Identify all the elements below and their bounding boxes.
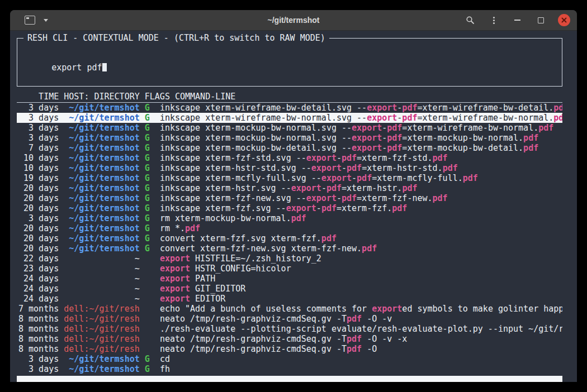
history-row[interactable]: 8 months dell:~/git/resh neato /tmp/resh… [17, 314, 562, 324]
row-host-directory: dell:~/git/resh [64, 304, 145, 314]
history-row[interactable]: 3 days ~/git/termshot G cd [17, 354, 562, 364]
command-segment: pdf [402, 183, 417, 193]
row-host-directory: ~/git/termshot [64, 123, 145, 133]
row-time: 3 days [18, 133, 64, 143]
row-flags [145, 264, 160, 274]
command-segment: - [337, 193, 342, 203]
command-segment: convert xterm-fzf-new.svg xterm-fzf-new. [160, 243, 362, 254]
command-segment: =xterm-mockup-bw-normal. [402, 133, 523, 143]
row-command: export EDITOR [160, 294, 225, 304]
row-flags [145, 334, 160, 344]
command-segment: export [160, 254, 190, 264]
search-button[interactable] [464, 14, 476, 26]
minimize-button[interactable] [511, 14, 523, 26]
command-segment: PATH [190, 274, 215, 284]
row-flags [145, 344, 160, 354]
titlebar-left-group [23, 14, 52, 26]
command-segment: - [321, 183, 326, 193]
row-host-directory: ~/git/termshot [64, 143, 145, 153]
command-segment: neato /tmp/resh-graphviz-cmdSeq.gv -T [160, 314, 347, 324]
menu-button[interactable] [487, 14, 500, 26]
command-segment: -O -v -x [362, 334, 407, 344]
terminal-window: ~/git/termshot [10, 10, 577, 382]
history-row[interactable]: 8 months dell:~/git/resh ./resh-evaluate… [17, 324, 562, 334]
command-segment: rm *. [160, 223, 185, 233]
command-segment: pdf [326, 183, 342, 193]
history-row[interactable]: 3 days ~/git/termshot G inkscape xterm-m… [17, 123, 562, 133]
command-segment: HSTR_CONFIG=hicolor [190, 264, 291, 274]
row-flags: G [145, 183, 160, 193]
command-segment: fh [160, 364, 170, 374]
profile-dropdown-button[interactable] [40, 14, 52, 26]
command-segment: =xterm-fzf. [337, 203, 392, 213]
search-query[interactable]: export pdf [51, 63, 102, 73]
history-row[interactable]: 8 months dell:~/git/resh neato /tmp/resh… [17, 334, 562, 344]
history-row[interactable]: 3 days ~/git/termshot G rm xterm-mockup-… [17, 213, 562, 223]
row-host-directory: ~/git/termshot [64, 173, 145, 183]
row-host-directory: ~/git/termshot [64, 153, 145, 163]
command-segment: EDITOR [190, 294, 225, 304]
history-row[interactable]: 10 days ~/git/termshot G inkscape xterm-… [17, 153, 562, 163]
command-segment: inkscape xterm-hstr-std.svg -- [160, 163, 311, 173]
history-row[interactable]: 20 days ~/git/termshot G inkscape xterm-… [17, 193, 562, 203]
history-row[interactable]: 20 days ~/git/termshot G inkscape xterm-… [17, 203, 562, 213]
command-segment: pdf [433, 193, 448, 203]
row-command: cd [160, 354, 170, 364]
history-row[interactable]: 3 days ~/git/termshot G inkscape xterm-w… [17, 103, 562, 113]
history-row[interactable]: 8 months dell:~/git/resh neato /tmp/resh… [17, 344, 562, 354]
row-host-directory: ~/git/termshot [64, 103, 145, 113]
command-segment: =xterm-wireframe-bw-normal. [417, 113, 553, 123]
history-row[interactable]: 10 days ~/git/termshot G inkscape xterm-… [17, 163, 562, 173]
row-time: 3 days [18, 364, 64, 374]
command-segment: export [291, 183, 321, 193]
close-button[interactable] [558, 14, 570, 26]
command-segment: pdf [321, 233, 337, 243]
row-flags [145, 324, 160, 334]
command-segment: ./resh-evaluate --plotting-script evalua… [160, 324, 562, 334]
history-row[interactable]: 3 days ~/git/termshot G inkscape xterm-w… [17, 113, 562, 123]
history-row[interactable]: 19 days ~/git/termshot G inkscape xterm-… [17, 173, 562, 183]
history-row[interactable]: 23 days ~ export HSTR_CONFIG=hicolor [17, 264, 562, 274]
row-host-directory: ~/git/termshot [64, 213, 145, 223]
row-flags: G [145, 193, 160, 203]
command-segment: inkscape xterm-mockup-bw-normal.svg -- [160, 123, 352, 133]
row-flags [145, 304, 160, 314]
restore-button[interactable] [534, 14, 547, 26]
history-row[interactable]: 20 days ~/git/termshot G inkscape xterm-… [17, 183, 562, 193]
history-row[interactable]: 7 days ~/git/termshot G inkscape xterm-m… [17, 143, 562, 153]
history-row[interactable]: 20 days ~/git/termshot G convert xterm-f… [17, 233, 562, 243]
search-box[interactable]: RESH CLI - CONTEXTUAL MODE - (CTRL+R to … [17, 38, 562, 87]
history-row[interactable]: 7 months dell:~/git/resh echo "Add a bun… [17, 304, 562, 314]
command-segment: export [306, 153, 337, 163]
row-flags [145, 254, 160, 264]
row-command: neato /tmp/resh-graphviz-cmdSeq.gv -Tpdf… [160, 334, 408, 344]
row-time: 3 days [18, 103, 64, 113]
history-row[interactable]: 24 days ~ export PATH [17, 274, 562, 284]
new-terminal-button[interactable] [23, 14, 36, 26]
row-host-directory: ~/git/termshot [64, 364, 145, 374]
row-flags: G [145, 163, 160, 173]
row-command: neato /tmp/resh-graphviz-cmdSeq.gv -Tpdf… [160, 314, 392, 324]
restore-icon [538, 17, 544, 23]
history-row[interactable]: 20 days ~/git/termshot G rm *.pdf [17, 223, 562, 233]
command-segment: -O [362, 344, 377, 354]
history-row[interactable]: 24 days ~ export EDITOR [17, 294, 562, 304]
history-row[interactable]: 22 days ~ export HISTFILE=~/.zsh_history… [17, 254, 562, 264]
row-command: ./resh-evaluate --plotting-script evalua… [160, 324, 562, 334]
command-segment: export [160, 274, 190, 284]
command-segment: pdf [387, 133, 402, 143]
history-row[interactable]: 3 days ~/git/termshot G inkscape xterm-m… [17, 133, 562, 143]
command-segment: convert xterm-fzf.svg xterm-fzf. [160, 233, 321, 243]
row-time: 20 days [18, 193, 64, 203]
row-host-directory: ~/git/termshot [64, 183, 145, 193]
profile-dropdown-caret-icon [44, 19, 48, 22]
history-row[interactable]: 20 days ~/git/termshot G convert xterm-f… [17, 243, 562, 254]
command-segment: - [342, 163, 347, 173]
history-row[interactable]: 24 days ~ export GIT_EDITOR [17, 284, 562, 294]
titlebar[interactable]: ~/git/termshot [10, 10, 577, 31]
row-host-directory: ~/git/termshot [64, 133, 145, 143]
close-icon [561, 17, 567, 23]
history-row[interactable]: 3 days ~/git/termshot G fh [17, 364, 562, 374]
titlebar-right-group [464, 14, 570, 26]
row-command: inkscape xterm-mockup-bw-normal.svg --ex… [160, 123, 553, 133]
